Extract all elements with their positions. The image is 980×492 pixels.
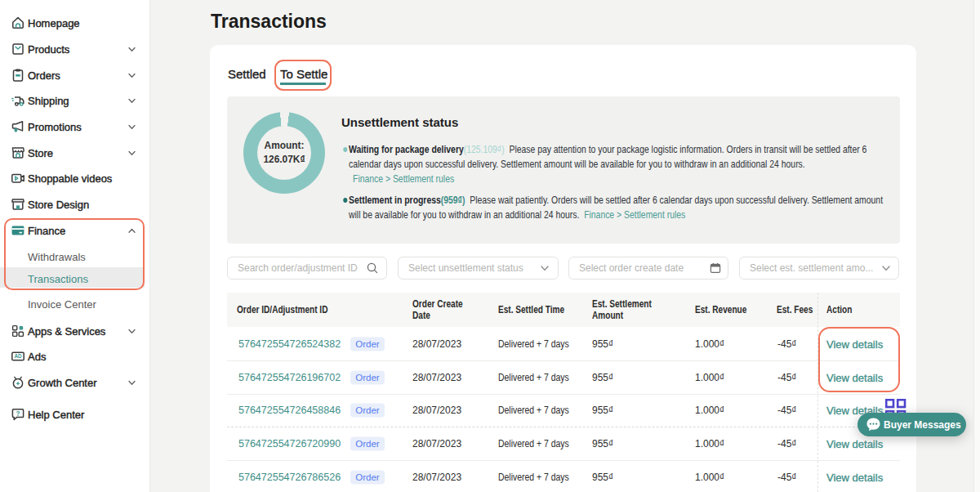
svg-text:AD: AD	[14, 353, 22, 359]
svg-text:?: ?	[16, 410, 20, 418]
